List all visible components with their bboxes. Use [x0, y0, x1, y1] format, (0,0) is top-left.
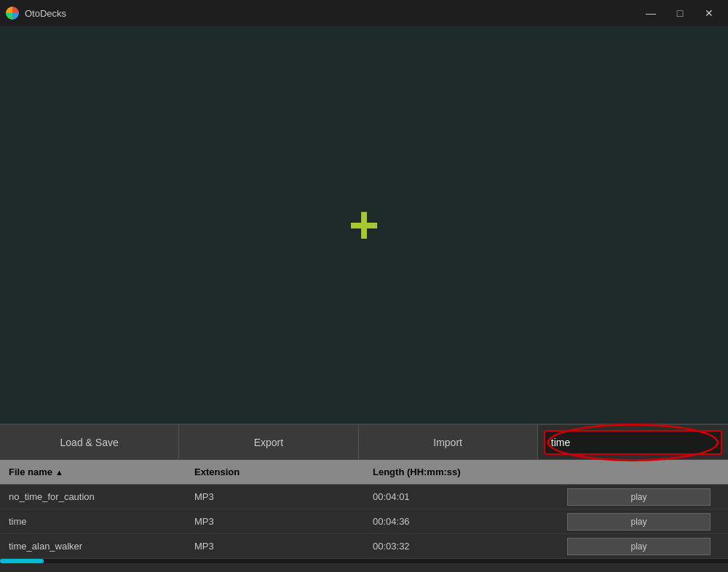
minimize-button[interactable]: — — [638, 3, 664, 23]
cell-length-1: 00:04:01 — [364, 491, 550, 502]
scroll-thumb[interactable] — [0, 559, 44, 563]
cell-extension-1: MP3 — [186, 491, 364, 502]
sort-arrow-icon: ▲ — [55, 468, 63, 477]
play-button-3[interactable]: play — [567, 538, 711, 555]
table-row: time MP3 00:04:36 play — [0, 509, 728, 534]
header-length: Length (HH:mm:ss) — [364, 466, 550, 477]
scroll-bar[interactable] — [0, 559, 728, 563]
close-button[interactable]: ✕ — [696, 3, 722, 23]
table-row: time_alan_walker MP3 00:03:32 play — [0, 534, 728, 559]
table-row: no_time_for_caution MP3 00:04:01 play — [0, 485, 728, 509]
export-tab[interactable]: Export — [179, 425, 358, 459]
title-bar-controls: — □ ✕ — [638, 3, 722, 23]
header-extension-label: Extension — [194, 466, 240, 477]
cell-filename-1: no_time_for_caution — [0, 491, 186, 502]
tab-bar: Load & Save Export Import — [0, 425, 728, 460]
add-track-icon[interactable]: + — [349, 199, 379, 251]
header-extension: Extension — [186, 466, 364, 477]
table-body: no_time_for_caution MP3 00:04:01 play ti… — [0, 485, 728, 559]
cell-action-2: play — [550, 513, 728, 531]
search-input[interactable] — [544, 430, 722, 455]
search-container — [538, 425, 728, 459]
app-title: OtoDecks — [25, 8, 66, 19]
header-filename[interactable]: File name ▲ — [0, 466, 186, 477]
title-bar-left: OtoDecks — [6, 7, 66, 20]
table-header: File name ▲ Extension Length (HH:mm:ss) — [0, 460, 728, 485]
header-filename-label: File name — [9, 466, 52, 477]
cell-extension-2: MP3 — [186, 516, 364, 527]
play-button-2[interactable]: play — [567, 513, 711, 531]
main-area: + — [0, 26, 728, 424]
cell-length-2: 00:04:36 — [364, 516, 550, 527]
header-length-label: Length (HH:mm:ss) — [373, 466, 461, 477]
cell-length-3: 00:03:32 — [364, 541, 550, 552]
title-bar: OtoDecks — □ ✕ — [0, 0, 728, 26]
bottom-panel: Load & Save Export Import File name ▲ Ex… — [0, 424, 728, 563]
maximize-button[interactable]: □ — [667, 3, 693, 23]
app-logo — [6, 7, 19, 20]
cell-filename-3: time_alan_walker — [0, 541, 186, 552]
cell-extension-3: MP3 — [186, 541, 364, 552]
cell-action-3: play — [550, 538, 728, 555]
play-button-1[interactable]: play — [567, 488, 711, 506]
cell-filename-2: time — [0, 516, 186, 527]
load-save-tab[interactable]: Load & Save — [0, 425, 179, 459]
import-tab[interactable]: Import — [359, 425, 538, 459]
cell-action-1: play — [550, 488, 728, 506]
